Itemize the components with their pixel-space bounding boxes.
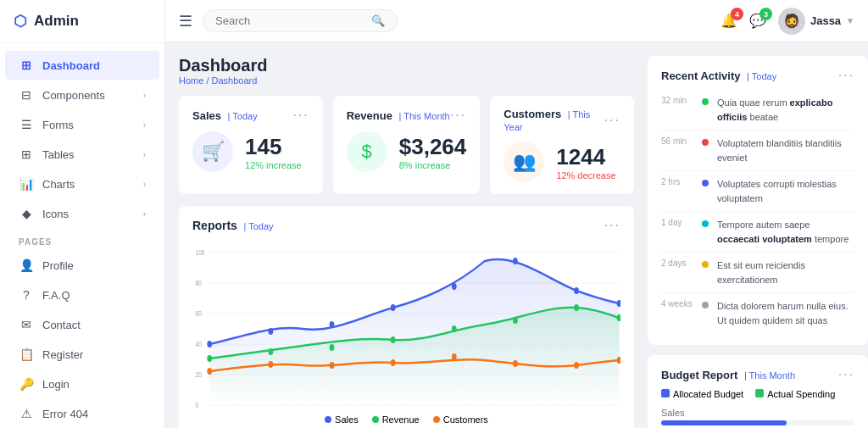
faq-icon: ? — [19, 288, 34, 302]
content-area: Dashboard Home / Dashboard Sales | Today… — [165, 42, 868, 428]
center-panel: Dashboard Home / Dashboard Sales | Today… — [165, 42, 648, 428]
components-icon: ⊟ — [19, 88, 34, 102]
svg-point-41 — [574, 362, 579, 369]
budget-title-group: Budget Report | This Month — [661, 369, 795, 381]
activity-text: Est sit eum reiciendis exercitationem — [717, 258, 854, 286]
chevron-icon: › — [143, 91, 146, 100]
svg-point-38 — [391, 359, 396, 366]
sidebar-item-label: Charts — [42, 178, 135, 191]
logo-text: Admin — [34, 13, 79, 30]
notification-button[interactable]: 🔔 4 — [721, 13, 737, 29]
activity-more-button[interactable]: ··· — [838, 68, 854, 83]
sidebar-item-forms[interactable]: ☰ Forms › — [5, 110, 159, 139]
sidebar-item-components[interactable]: ⊟ Components › — [5, 81, 159, 109]
sidebar-item-icons[interactable]: ◆ Icons › — [5, 199, 159, 228]
sidebar-item-dashboard[interactable]: ⊞ Dashboard — [5, 51, 159, 80]
topbar-right: 🔔 4 💬 3 🧔 Jassa ▼ — [721, 8, 854, 35]
budget-more-button[interactable]: ··· — [838, 367, 854, 382]
sidebar-item-label: Tables — [42, 148, 135, 161]
activity-time: 32 min — [661, 96, 693, 105]
svg-text:0: 0 — [196, 401, 199, 409]
hamburger-icon[interactable]: ☰ — [179, 12, 192, 31]
activity-title-group: Recent Activity | Today — [661, 69, 776, 82]
page-header: Dashboard Home / Dashboard — [179, 56, 634, 86]
stat-icon: $ — [347, 131, 387, 172]
breadcrumb-home: Home — [179, 75, 203, 86]
activity-text: Voluptatem blanditiis blanditiis eveniet — [717, 136, 854, 164]
activity-time: 56 min — [661, 136, 693, 146]
stat-card-header: Revenue | This Month ··· — [347, 108, 467, 123]
svg-text:40: 40 — [196, 340, 203, 348]
sidebar-item-profile[interactable]: 👤 Profile — [5, 251, 159, 280]
activity-time: 2 hrs — [661, 177, 693, 186]
sidebar-item-contact[interactable]: ✉ Contact — [5, 310, 159, 339]
stat-title-group: Customers | This Year — [504, 108, 604, 133]
stat-body: $ $3,264 8% increase — [347, 131, 467, 172]
legend-customers: Customers — [433, 414, 488, 425]
sidebar-item-charts[interactable]: 📊 Charts › — [5, 170, 159, 198]
activity-text: Quia quae rerum explicabo officiis beata… — [717, 96, 854, 124]
message-button[interactable]: 💬 3 — [749, 13, 766, 29]
budget-bars: Sales — [661, 408, 854, 428]
activity-text: Tempore autem saepe occaecati voluptatem… — [717, 218, 854, 246]
activity-item: 32 min Quia quae rerum explicabo officii… — [661, 90, 854, 131]
svg-point-37 — [330, 362, 335, 369]
budget-bar-allocated-fill — [661, 420, 787, 425]
main-area: ☰ 🔍 🔔 4 💬 3 🧔 Jassa ▼ Dashboar — [165, 0, 868, 428]
sidebar-item-label: Login — [42, 378, 146, 391]
budget-legend-allocated: Allocated Budget — [661, 389, 743, 399]
forms-icon: ☰ — [19, 118, 34, 131]
legend-sales: Sales — [325, 414, 359, 425]
budget-card: Budget Report | This Month ··· Allocated… — [648, 355, 868, 428]
budget-bar-sales-label: Sales — [661, 408, 854, 418]
sidebar-item-label: Forms — [42, 119, 135, 131]
activity-list: 32 min Quia quae rerum explicabo officii… — [661, 90, 854, 333]
stat-title: Sales — [192, 109, 221, 122]
activity-item: 1 day Tempore autem saepe occaecati volu… — [661, 212, 854, 253]
sidebar-item-label: Contact — [42, 319, 146, 331]
sidebar-item-tables[interactable]: ⊞ Tables › — [5, 140, 159, 169]
activity-dot — [702, 180, 709, 186]
activity-dot — [702, 98, 709, 105]
activity-item: 4 weeks Dicta dolorem harum nulla eius. … — [661, 293, 854, 333]
stat-more-button[interactable]: ··· — [292, 108, 309, 123]
contact-icon: ✉ — [19, 318, 34, 331]
sidebar-item-faq[interactable]: ? F.A.Q — [5, 281, 159, 309]
stat-cards: Sales | Today ··· 🛒 145 12% increase Rev… — [179, 96, 634, 194]
avatar-menu[interactable]: 🧔 Jassa ▼ — [778, 8, 854, 35]
stat-title-group: Sales | Today — [192, 109, 258, 122]
notification-badge: 4 — [731, 8, 743, 20]
search-input[interactable] — [215, 14, 364, 27]
svg-text:20: 20 — [196, 370, 203, 379]
activity-dot — [702, 302, 709, 308]
line-chart-svg: 100 80 60 40 20 0 00:00 — [192, 240, 620, 409]
breadcrumb-current: Dashboard — [212, 75, 258, 86]
stat-values: 1244 12% decrease — [556, 144, 615, 181]
stat-more-button[interactable]: ··· — [604, 113, 620, 128]
svg-point-25 — [574, 287, 579, 294]
dashboard-icon: ⊞ — [19, 58, 34, 72]
stat-more-button[interactable]: ··· — [450, 108, 466, 123]
stat-values: $3,264 8% increase — [399, 134, 467, 170]
sidebar-item-register[interactable]: 📋 Register — [5, 340, 159, 369]
svg-point-24 — [513, 258, 518, 264]
stat-title: Customers — [504, 108, 561, 120]
activity-dot — [702, 139, 709, 146]
stat-change: 8% increase — [399, 160, 467, 170]
username-label: Jassa — [810, 14, 841, 27]
sidebar-item-error404[interactable]: ⚠ Error 404 — [5, 399, 159, 428]
activity-card: Recent Activity | Today ··· 32 min Quia … — [648, 56, 868, 345]
topbar: ☰ 🔍 🔔 4 💬 3 🧔 Jassa ▼ — [165, 0, 868, 42]
profile-icon: 👤 — [19, 258, 34, 272]
stat-card-header: Sales | Today ··· — [192, 108, 309, 123]
activity-item: 2 days Est sit eum reiciendis exercitati… — [661, 253, 854, 293]
stat-body: 🛒 145 12% increase — [192, 131, 309, 172]
reports-chart: 100 80 60 40 20 0 00:00 — [192, 240, 620, 409]
stat-body: 👥 1244 12% decrease — [504, 142, 620, 182]
activity-item: 2 hrs Voluptates corrupti molestias volu… — [661, 171, 854, 212]
reports-more-button[interactable]: ··· — [604, 218, 620, 233]
stat-period: | Today — [228, 111, 258, 121]
sidebar-item-login[interactable]: 🔑 Login — [5, 370, 159, 398]
stat-icon: 🛒 — [192, 131, 233, 172]
chevron-icon: › — [143, 209, 146, 219]
